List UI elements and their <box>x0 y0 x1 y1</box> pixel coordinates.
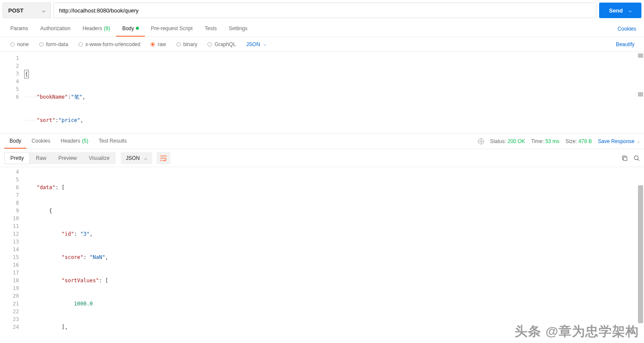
svg-rect-1 <box>624 157 627 160</box>
svg-point-2 <box>635 156 638 159</box>
response-code[interactable]: "data": [ { "id": "3", "score": "NaN", "… <box>24 167 644 330</box>
beautify-link[interactable]: Beautify <box>613 41 638 47</box>
view-tab-preview[interactable]: Preview <box>52 152 83 164</box>
chevron-down-icon: ⌵ <box>42 8 45 13</box>
url-input[interactable] <box>53 3 597 18</box>
radio-icon <box>39 42 44 47</box>
radio-formdata[interactable]: form-data <box>35 41 72 47</box>
time-block: Time: 53 ms <box>531 138 559 144</box>
status-info: Status: 200 OK Time: 53 ms Size: 478 B S… <box>478 138 640 144</box>
radio-icon <box>10 42 15 47</box>
request-tabs: Params Authorization Headers (8) Body Pr… <box>0 21 644 37</box>
tab-authorization[interactable]: Authorization <box>34 21 76 37</box>
globe-icon[interactable] <box>478 138 484 144</box>
response-toolbar: Pretty Raw Preview Visualize JSON ⌵ <box>0 149 644 167</box>
modified-dot-icon <box>136 27 139 30</box>
radio-icon <box>151 42 155 47</box>
chevron-down-icon: ⌵ <box>264 42 266 47</box>
cookies-link[interactable]: Cookies <box>614 26 640 32</box>
view-mode-tabs: Pretty Raw Preview Visualize <box>4 152 116 164</box>
resp-tab-testresults[interactable]: Test Results <box>94 134 132 149</box>
body-format-select[interactable]: JSON⌵ <box>246 41 266 47</box>
radio-none[interactable]: none <box>6 41 33 47</box>
send-button[interactable]: Send ⌵ <box>599 3 641 18</box>
radio-xwww[interactable]: x-www-form-urlencoded <box>74 41 145 47</box>
radio-binary[interactable]: binary <box>172 41 202 47</box>
minimap-marker <box>638 92 643 97</box>
chevron-down-icon: ⌵ <box>144 155 147 161</box>
response-tabs: Body Cookies Headers (5) Test Results St… <box>0 134 644 149</box>
resp-tab-body[interactable]: Body <box>4 134 26 149</box>
send-button-label: Send <box>609 7 623 14</box>
response-format-select[interactable]: JSON ⌵ <box>121 152 152 164</box>
copy-icon[interactable] <box>622 155 628 161</box>
tab-body[interactable]: Body <box>116 21 145 37</box>
tab-tests[interactable]: Tests <box>198 21 223 37</box>
view-tab-visualize[interactable]: Visualize <box>83 152 116 164</box>
view-tab-raw[interactable]: Raw <box>30 152 52 164</box>
radio-graphql[interactable]: GraphQL <box>203 41 240 47</box>
response-body-viewer[interactable]: 456789101112131415161718192021222324 "da… <box>0 167 644 330</box>
body-type-row: none form-data x-www-form-urlencoded raw… <box>0 37 644 52</box>
radio-icon <box>79 42 83 47</box>
wrap-lines-button[interactable] <box>157 152 170 164</box>
resp-tab-headers[interactable]: Headers (5) <box>56 134 94 149</box>
radio-icon <box>207 42 212 47</box>
response-scrollbar[interactable] <box>638 185 643 323</box>
http-method-select[interactable]: POST ⌵ <box>3 3 51 18</box>
chevron-down-icon: ⌵ <box>629 8 631 13</box>
chevron-down-icon: ⌵ <box>637 139 640 143</box>
size-block: Size: 478 B <box>565 138 592 144</box>
response-gutter: 456789101112131415161718192021222324 <box>0 167 24 330</box>
request-body-editor[interactable]: 123456 { ····"bookName":"笔", ····"sort":… <box>0 52 644 134</box>
wrap-icon <box>160 155 167 161</box>
tab-params[interactable]: Params <box>4 21 34 37</box>
minimap-marker <box>638 53 643 58</box>
search-icon[interactable] <box>634 155 640 161</box>
radio-icon <box>176 42 181 47</box>
svg-line-3 <box>638 159 640 161</box>
tab-prerequest[interactable]: Pre-request Script <box>145 21 199 37</box>
view-tab-pretty[interactable]: Pretty <box>4 152 30 164</box>
tab-settings[interactable]: Settings <box>223 21 254 37</box>
http-method-value: POST <box>8 7 23 14</box>
editor-gutter: 123456 <box>0 52 24 133</box>
save-response-button[interactable]: Save Response⌵ <box>598 138 640 144</box>
status-block: Status: 200 OK <box>490 138 525 144</box>
resp-tab-cookies[interactable]: Cookies <box>26 134 55 149</box>
editor-code[interactable]: { ····"bookName":"笔", ····"sort":"price"… <box>24 52 644 133</box>
radio-raw[interactable]: raw <box>146 41 170 47</box>
tab-headers[interactable]: Headers (8) <box>76 21 116 37</box>
